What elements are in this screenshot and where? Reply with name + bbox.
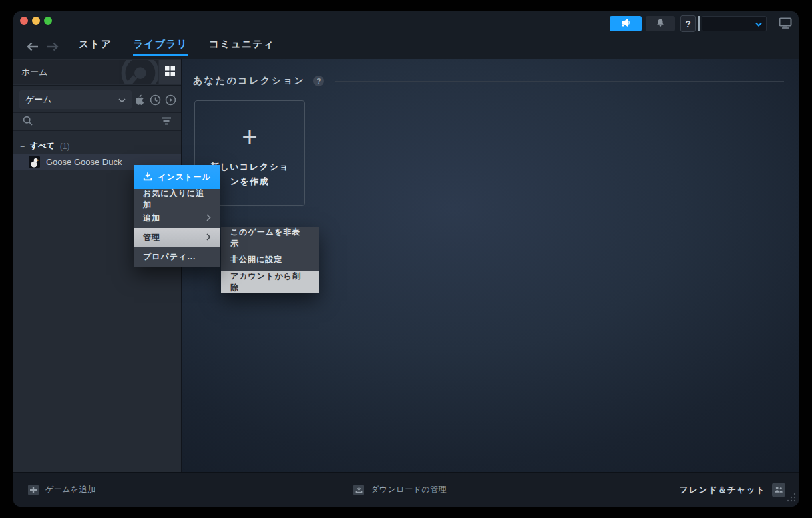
collections-help-badge[interactable]: ? (313, 76, 324, 86)
collapse-icon: − (20, 142, 25, 151)
plus-square-icon (28, 485, 39, 495)
plus-icon: + (242, 124, 257, 150)
bell-icon (656, 18, 665, 30)
collection-group-header[interactable]: − すべて (1) (20, 140, 70, 152)
zoom-window-button[interactable] (44, 17, 52, 25)
search-input[interactable] (38, 117, 161, 126)
chevron-down-icon (118, 95, 126, 105)
tab-library[interactable]: ライブラリ (133, 38, 188, 56)
create-collection-label: 新しいコレクショ ンを作成 (210, 160, 289, 189)
group-count: (1) (60, 142, 70, 151)
group-label: すべて (30, 140, 55, 152)
steam-window: ? ストア ライブラリ コミュニティ ホーム (13, 11, 799, 507)
display-mode-icon[interactable] (779, 17, 792, 31)
chevron-right-icon (206, 214, 211, 223)
text-caret (698, 16, 700, 31)
divider (13, 85, 181, 86)
back-button[interactable] (24, 41, 41, 52)
category-dropdown[interactable]: ゲーム (19, 90, 132, 109)
category-value: ゲーム (25, 94, 52, 106)
home-label: ホーム (21, 67, 48, 77)
chevron-down-icon (755, 20, 762, 28)
submenu-set-private[interactable]: 非公開に設定 (221, 249, 319, 271)
bottom-bar: ゲームを追加 ダウンロードの管理 フレンド＆チャット (13, 472, 799, 507)
search-icon (23, 116, 33, 128)
collections-title: あなたのコレクション (193, 75, 305, 87)
grid-view-button[interactable] (159, 60, 181, 84)
download-tray-icon (353, 485, 364, 495)
help-label: ? (685, 19, 691, 29)
close-window-button[interactable] (20, 17, 28, 25)
sidebar-home-button[interactable]: ホーム (13, 60, 158, 84)
forward-button[interactable] (44, 41, 61, 52)
main-nav: ストア ライブラリ コミュニティ (24, 35, 274, 58)
help-button[interactable]: ? (680, 15, 696, 32)
menu-add-to[interactable]: 追加 (134, 209, 220, 228)
friends-icon (772, 483, 785, 497)
tab-store[interactable]: ストア (79, 38, 112, 56)
megaphone-icon (620, 18, 631, 30)
download-icon (143, 172, 152, 183)
notifications-button[interactable] (646, 16, 675, 31)
game-name: Goose Goose Duck (46, 157, 122, 167)
friends-chat-button[interactable]: フレンド＆チャット (680, 473, 785, 507)
tab-community[interactable]: コミュニティ (209, 38, 274, 56)
ready-to-play-filter-icon[interactable] (165, 94, 176, 108)
submenu-hide-game[interactable]: このゲームを非表示 (221, 227, 319, 249)
resize-grip[interactable] (786, 492, 796, 505)
menu-add-to-favorites[interactable]: お気に入りに追加 (134, 189, 220, 209)
account-dropdown[interactable] (702, 16, 767, 31)
window-controls (20, 17, 52, 25)
steam-logo-watermark (112, 60, 158, 84)
announcements-button[interactable] (610, 16, 642, 31)
search-bar (13, 112, 181, 131)
divider (335, 81, 784, 82)
manage-downloads-label: ダウンロードの管理 (371, 484, 447, 495)
manage-submenu: このゲームを非表示 非公開に設定 アカウントから削除 (221, 227, 319, 293)
grid-icon (165, 66, 175, 79)
add-game-label: ゲームを追加 (45, 484, 96, 495)
recent-filter-icon[interactable] (150, 94, 161, 108)
submenu-remove-from-account[interactable]: アカウントから削除 (221, 271, 319, 293)
game-icon (29, 156, 40, 168)
chevron-right-icon (206, 233, 211, 243)
friends-chat-label: フレンド＆チャット (680, 484, 765, 496)
apple-filter-icon[interactable] (134, 94, 144, 108)
filter-icon[interactable] (161, 116, 172, 128)
manage-downloads-button[interactable]: ダウンロードの管理 (353, 473, 447, 507)
menu-manage[interactable]: 管理 (134, 228, 220, 247)
game-context-menu: インストール お気に入りに追加 追加 管理 プロパティ... (134, 165, 220, 267)
add-game-button[interactable]: ゲームを追加 (28, 473, 96, 507)
minimize-window-button[interactable] (32, 17, 40, 25)
menu-properties[interactable]: プロパティ... (134, 247, 220, 267)
menu-install-button[interactable]: インストール (134, 165, 220, 189)
